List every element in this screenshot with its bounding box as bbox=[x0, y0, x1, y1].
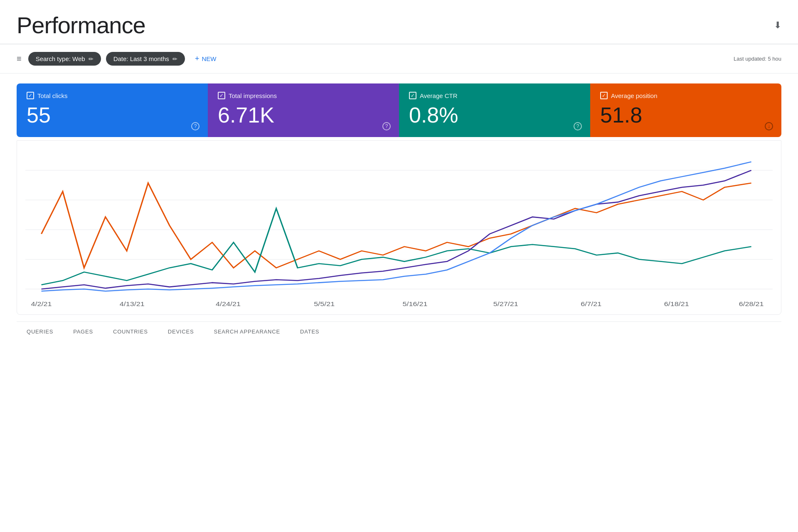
tab-countries[interactable]: COUNTRIES bbox=[103, 324, 158, 341]
metric-value-impressions: 6.71K bbox=[218, 103, 389, 127]
date-label: Date: Last 3 months bbox=[113, 55, 169, 62]
svg-text:6/7/21: 6/7/21 bbox=[581, 301, 601, 307]
last-updated: Last updated: 5 hou bbox=[734, 56, 781, 62]
metric-checkbox-ctr[interactable]: ✓ bbox=[409, 92, 416, 99]
metric-label-position: Average position bbox=[611, 92, 657, 99]
metric-header-position: ✓ Average position bbox=[600, 92, 771, 99]
filter-icon[interactable]: ≡ bbox=[17, 54, 22, 64]
svg-text:6/18/21: 6/18/21 bbox=[664, 301, 689, 307]
tab-search-appearance[interactable]: SEARCH APPEARANCE bbox=[204, 324, 290, 341]
svg-text:5/5/21: 5/5/21 bbox=[314, 301, 335, 307]
search-type-filter[interactable]: Search type: Web ✏ bbox=[28, 52, 101, 66]
svg-text:4/24/21: 4/24/21 bbox=[216, 301, 241, 307]
metric-header-clicks: ✓ Total clicks bbox=[27, 92, 198, 99]
page-title: Performance bbox=[17, 12, 145, 39]
date-filter[interactable]: Date: Last 3 months ✏ bbox=[106, 52, 185, 66]
tab-queries[interactable]: QUERIES bbox=[17, 324, 63, 341]
metric-checkbox-clicks[interactable]: ✓ bbox=[27, 92, 34, 99]
metric-help-position[interactable]: ↓ bbox=[765, 122, 773, 130]
metric-card-clicks[interactable]: ✓ Total clicks 55 ? bbox=[17, 83, 208, 137]
metric-help-impressions[interactable]: ? bbox=[382, 122, 391, 130]
metric-header-ctr: ✓ Average CTR bbox=[409, 92, 580, 99]
metric-label-ctr: Average CTR bbox=[420, 92, 458, 99]
svg-text:5/16/21: 5/16/21 bbox=[403, 301, 428, 307]
svg-text:4/13/21: 4/13/21 bbox=[120, 301, 145, 307]
tab-devices[interactable]: DEVICES bbox=[158, 324, 204, 341]
main-content: ✓ Total clicks 55 ? ✓ Total impressions … bbox=[0, 74, 798, 351]
metric-value-position: 51.8 bbox=[600, 103, 771, 127]
metric-help-clicks[interactable]: ? bbox=[191, 122, 200, 130]
date-pencil-icon: ✏ bbox=[172, 56, 177, 62]
svg-text:4/2/21: 4/2/21 bbox=[31, 301, 52, 307]
bottom-tabs: QUERIES PAGES COUNTRIES DEVICES SEARCH A… bbox=[17, 321, 781, 341]
filter-bar: ≡ Search type: Web ✏ Date: Last 3 months… bbox=[0, 44, 798, 74]
metric-value-clicks: 55 bbox=[27, 103, 198, 127]
metric-card-ctr[interactable]: ✓ Average CTR 0.8% ? bbox=[399, 83, 590, 137]
download-icon[interactable]: ⬇ bbox=[774, 20, 781, 31]
metric-card-position[interactable]: ✓ Average position 51.8 ↓ bbox=[590, 83, 781, 137]
chart-container: 4/2/21 4/13/21 4/24/21 5/5/21 5/16/21 5/… bbox=[17, 140, 781, 315]
page-wrapper: Performance ⬇ ≡ Search type: Web ✏ Date:… bbox=[0, 0, 798, 532]
tab-pages[interactable]: PAGES bbox=[63, 324, 103, 341]
metric-label-clicks: Total clicks bbox=[37, 92, 68, 99]
metric-checkbox-position[interactable]: ✓ bbox=[600, 92, 608, 99]
performance-chart: 4/2/21 4/13/21 4/24/21 5/5/21 5/16/21 5/… bbox=[25, 149, 773, 310]
tab-dates[interactable]: DATES bbox=[290, 324, 329, 341]
header-right: ⬇ bbox=[774, 20, 781, 31]
metric-checkbox-impressions[interactable]: ✓ bbox=[218, 92, 225, 99]
new-filter-button[interactable]: + NEW bbox=[190, 51, 222, 66]
svg-text:6/28/21: 6/28/21 bbox=[739, 301, 764, 307]
metric-help-ctr[interactable]: ? bbox=[574, 122, 582, 130]
metric-value-ctr: 0.8% bbox=[409, 103, 580, 127]
header: Performance ⬇ bbox=[0, 0, 798, 44]
metrics-row: ✓ Total clicks 55 ? ✓ Total impressions … bbox=[17, 83, 781, 137]
search-type-label: Search type: Web bbox=[36, 55, 85, 62]
svg-text:5/27/21: 5/27/21 bbox=[493, 301, 518, 307]
metric-label-impressions: Total impressions bbox=[229, 92, 277, 99]
metric-header-impressions: ✓ Total impressions bbox=[218, 92, 389, 99]
plus-icon: + bbox=[195, 54, 200, 63]
metric-card-impressions[interactable]: ✓ Total impressions 6.71K ? bbox=[208, 83, 399, 137]
new-label: NEW bbox=[202, 55, 216, 62]
pencil-icon: ✏ bbox=[89, 56, 94, 62]
